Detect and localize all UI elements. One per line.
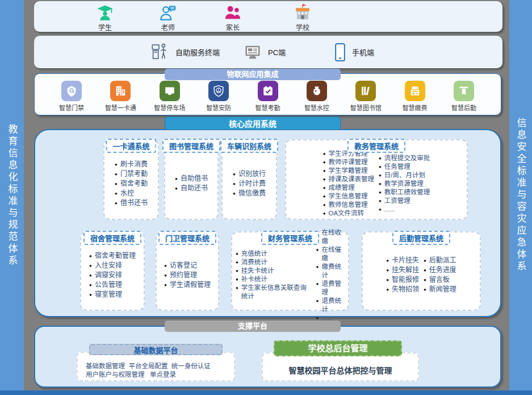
user-role-label: 学生 bbox=[98, 22, 112, 32]
system-item: ●智能报修 bbox=[386, 275, 419, 285]
iot-item: 智慧门禁 bbox=[49, 81, 94, 112]
system-item: ●卡片挂失 bbox=[386, 256, 419, 265]
bullet: ● bbox=[424, 256, 426, 265]
system-item-label: 挂失卡统计 bbox=[241, 267, 274, 275]
iot-label: 智慧图书馆 bbox=[350, 103, 382, 112]
iot-item: 智慧安防 bbox=[196, 81, 241, 112]
system-item-column: ●自助借书●自助还书 bbox=[175, 174, 208, 193]
system-box: 图书管理系统●自助借书●自助还书 bbox=[164, 139, 219, 220]
bullet: ● bbox=[379, 180, 382, 188]
system-item: ●入住安排 bbox=[89, 261, 136, 271]
system-item-label: 留言板 bbox=[429, 275, 450, 285]
bullet: ● bbox=[323, 175, 326, 184]
bullet: ● bbox=[323, 167, 326, 175]
system-item: ●教职工绩效管理 bbox=[379, 188, 430, 197]
bullet: ● bbox=[379, 163, 382, 171]
system-item: ●识别放行 bbox=[233, 169, 266, 179]
iot-label: 智慧水控 bbox=[304, 103, 329, 112]
support-platform-panel: 基础数据平台 基础数据管理 平台全局配置 统一身份认证用户账户与权限管理 单点登… bbox=[34, 326, 501, 388]
bullet: ● bbox=[386, 285, 389, 294]
system-item-label: 退费管理 bbox=[321, 280, 345, 297]
system-item: ●宿舍考勤 bbox=[115, 179, 148, 189]
bullet: ● bbox=[323, 192, 326, 201]
system-box: 一卡通系统●刷卡消费●门禁考勤●宿舍考勤●水控●借书还书 bbox=[103, 139, 159, 220]
system-item-label: 自助还书 bbox=[181, 184, 208, 193]
bullet: ● bbox=[89, 290, 92, 300]
system-item: ●任务管理 bbox=[379, 163, 430, 171]
system-item-label: OA文件流转 bbox=[329, 209, 365, 218]
calendar-check-icon bbox=[258, 81, 278, 101]
system-item-column: ●宿舍考勤管理●入住安排●调寝安排●公告管理●寝室管理 bbox=[89, 251, 136, 300]
system-title: 车辆识别系统 bbox=[220, 139, 278, 153]
iot-item: 智慧考勤 bbox=[246, 81, 290, 112]
iot-label: 智慧考勤 bbox=[255, 103, 280, 112]
system-item: ●教学资源管理 bbox=[379, 180, 430, 188]
system-item-label: 工资管理 bbox=[384, 197, 410, 205]
system-item-label: 计时计费 bbox=[238, 179, 266, 189]
terminal-label: PC端 bbox=[268, 47, 286, 57]
system-item: ●学生信息管理 bbox=[323, 192, 374, 201]
system-item: ●工资管理 bbox=[379, 197, 430, 205]
parking-card-icon bbox=[160, 81, 180, 101]
right-sidebar-label: 信息安全标准与容灾应急体系 bbox=[514, 118, 528, 273]
system-item: ●日/周、月计划 bbox=[379, 171, 430, 180]
system-item: ●失物招领 bbox=[386, 285, 419, 294]
iot-item: 智慧水控 bbox=[295, 81, 339, 112]
system-item: ●自助还书 bbox=[175, 184, 208, 193]
user-role-item: 学生 bbox=[82, 3, 128, 32]
bullet: ● bbox=[89, 271, 92, 280]
bullet: ● bbox=[386, 275, 389, 285]
system-item-label: 借书还书 bbox=[120, 198, 148, 208]
system-item-label: 卡片挂失 bbox=[392, 256, 419, 265]
system-item-column: ●学生评分管理●教师评课管理●学生学籍管理●排课及课表管理●成绩管理●学生信息管… bbox=[323, 149, 374, 218]
iot-item: 智慧图书馆 bbox=[344, 81, 388, 112]
iot-item: 智慧缴费 bbox=[393, 81, 437, 112]
bullet: ● bbox=[323, 184, 326, 192]
system-item-label: 在线收缴 bbox=[321, 228, 345, 246]
system-item-label: 消费统计 bbox=[241, 258, 267, 267]
system-item: ●公告管理 bbox=[89, 280, 136, 290]
iot-item: 智慧一卡通 bbox=[98, 81, 143, 112]
system-item-label: 教师信息管理 bbox=[329, 201, 368, 209]
system-item-column: ●充值统计●消费统计●挂失卡统计●补卡统计●学生家长信息关联查询统计 bbox=[236, 250, 312, 301]
system-item-label: 访客登记 bbox=[170, 261, 197, 271]
system-item: ●学生请假管理 bbox=[164, 280, 211, 290]
system-item-label: 宿舍考勤管理 bbox=[95, 251, 136, 261]
system-item-label: 日/周、月计划 bbox=[384, 171, 425, 180]
system-title: 图书管理系统 bbox=[162, 139, 220, 153]
system-item-label: 刷卡消费 bbox=[120, 160, 148, 169]
system-item: ●自助借书 bbox=[175, 174, 208, 184]
bullet: ● bbox=[89, 280, 92, 290]
system-item-label: 调寝安排 bbox=[95, 271, 122, 280]
system-item: ●充值统计 bbox=[236, 250, 312, 258]
system-item-column: ●后勤派工●任务进度●留言板●新闻管理 bbox=[424, 256, 456, 294]
system-item-label: 教职工绩效管理 bbox=[384, 188, 430, 197]
bullet: ● bbox=[379, 171, 382, 180]
system-item-column: ●在线收缴●在线催缴●缴费统计●退费管理●退费统计●...... bbox=[316, 228, 345, 322]
system-item-label: 学生学籍管理 bbox=[329, 167, 368, 175]
bullet: ● bbox=[236, 258, 238, 267]
terminal-label: 自助服务终端 bbox=[175, 47, 220, 57]
right-sidebar: 信息安全标准与容灾应急体系 bbox=[509, 0, 532, 390]
system-item: ●挂失解挂 bbox=[386, 265, 419, 275]
bullet: ● bbox=[115, 189, 118, 198]
system-item-label: 宿舍考勤 bbox=[120, 179, 148, 189]
bullet: ● bbox=[379, 205, 382, 214]
iot-header: 物联网应用集成 bbox=[165, 69, 341, 80]
system-item: ●调寝安排 bbox=[89, 271, 136, 280]
system-item: ●成绩管理 bbox=[323, 184, 374, 192]
bullet: ● bbox=[236, 250, 238, 258]
smart-campus-architecture-diagram: 教育信息化标准与规范体系 信息安全标准与容灾应急体系 学生老师家长学校 自助服务… bbox=[0, 0, 532, 395]
system-item: ●访客登记 bbox=[164, 261, 211, 271]
building-icon bbox=[110, 81, 131, 101]
system-item: ●补卡统计 bbox=[236, 275, 312, 284]
system-item-label: 后勤派工 bbox=[429, 256, 456, 265]
terminal-item: 自助服务终端 bbox=[150, 36, 220, 68]
pc-icon bbox=[243, 44, 262, 61]
system-item: ●微信缴费 bbox=[233, 189, 266, 198]
system-item-label: 公告管理 bbox=[95, 280, 122, 290]
bullet: ● bbox=[233, 169, 236, 179]
user-roles-panel: 学生老师家长学校 bbox=[34, 1, 502, 32]
system-title: 门卫管理系统 bbox=[158, 231, 216, 245]
system-item: ●后勤派工 bbox=[424, 256, 456, 265]
